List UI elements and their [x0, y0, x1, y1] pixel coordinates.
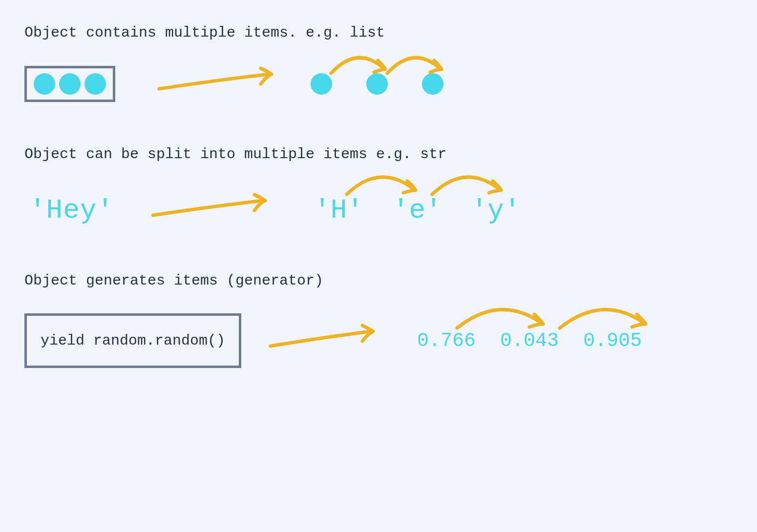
heading-str: Object can be split into multiple items …	[24, 146, 733, 163]
section-list: Object contains multiple items. e.g. lis…	[24, 24, 733, 102]
dot-icon	[34, 73, 55, 95]
code-text: yield random.random()	[41, 332, 225, 349]
char-item: 'y'	[471, 195, 521, 226]
arrow-arc-icon	[381, 49, 450, 78]
section-str: Object can be split into multiple items …	[24, 146, 733, 228]
char-item: 'e'	[393, 195, 442, 226]
dot-icon	[59, 73, 81, 95]
list-items	[311, 73, 443, 95]
heading-list: Object contains multiple items. e.g. lis…	[24, 24, 733, 41]
heading-generator: Object generates items (generator)	[24, 272, 733, 289]
arrow-right-icon	[148, 192, 275, 228]
arrow-arc-icon	[341, 167, 424, 199]
generator-items: 0.766 0.043 0.905	[417, 330, 642, 352]
arrow-right-icon	[266, 323, 383, 359]
row-generator: yield random.random() 0.766 0.043 0.905	[24, 313, 733, 368]
str-items: 'H' 'e' 'y'	[314, 195, 520, 226]
char-item: 'H'	[314, 195, 363, 226]
arrow-arc-icon	[554, 300, 656, 334]
arrow-arc-icon	[451, 300, 554, 334]
dot-icon	[84, 73, 106, 95]
source-string: 'Hey'	[24, 195, 114, 226]
arrow-right-icon	[154, 65, 281, 102]
row-str: 'Hey' 'H' 'e' 'y'	[24, 192, 733, 228]
code-box: yield random.random()	[24, 313, 241, 368]
section-generator: Object generates items (generator) yield…	[24, 272, 733, 368]
list-box	[24, 66, 115, 102]
arrow-arc-icon	[426, 167, 509, 199]
row-list	[24, 65, 733, 102]
